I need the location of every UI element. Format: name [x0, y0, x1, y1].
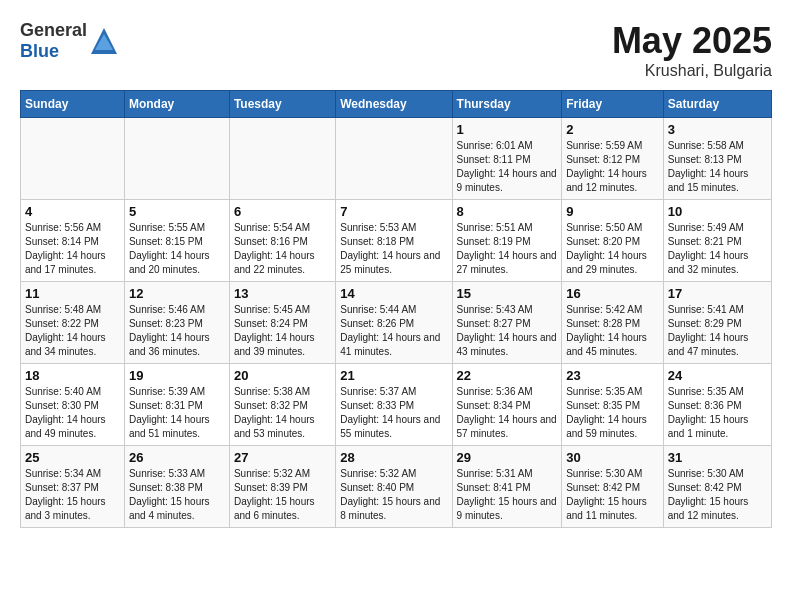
- day-info: Sunrise: 5:33 AM Sunset: 8:38 PM Dayligh…: [129, 467, 225, 523]
- header-wednesday: Wednesday: [336, 91, 452, 118]
- calendar-cell: [336, 118, 452, 200]
- day-info: Sunrise: 5:46 AM Sunset: 8:23 PM Dayligh…: [129, 303, 225, 359]
- calendar-cell: 18Sunrise: 5:40 AM Sunset: 8:30 PM Dayli…: [21, 364, 125, 446]
- header-friday: Friday: [562, 91, 664, 118]
- day-info: Sunrise: 5:58 AM Sunset: 8:13 PM Dayligh…: [668, 139, 767, 195]
- day-info: Sunrise: 5:40 AM Sunset: 8:30 PM Dayligh…: [25, 385, 120, 441]
- day-info: Sunrise: 5:31 AM Sunset: 8:41 PM Dayligh…: [457, 467, 558, 523]
- calendar-cell: 20Sunrise: 5:38 AM Sunset: 8:32 PM Dayli…: [229, 364, 335, 446]
- logo: General Blue: [20, 20, 119, 62]
- calendar-title: May 2025: [612, 20, 772, 62]
- calendar-cell: 22Sunrise: 5:36 AM Sunset: 8:34 PM Dayli…: [452, 364, 562, 446]
- calendar-cell: 5Sunrise: 5:55 AM Sunset: 8:15 PM Daylig…: [124, 200, 229, 282]
- day-number: 22: [457, 368, 558, 383]
- calendar-cell: 31Sunrise: 5:30 AM Sunset: 8:42 PM Dayli…: [663, 446, 771, 528]
- day-info: Sunrise: 5:54 AM Sunset: 8:16 PM Dayligh…: [234, 221, 331, 277]
- day-info: Sunrise: 5:35 AM Sunset: 8:36 PM Dayligh…: [668, 385, 767, 441]
- day-number: 20: [234, 368, 331, 383]
- day-number: 7: [340, 204, 447, 219]
- day-info: Sunrise: 5:49 AM Sunset: 8:21 PM Dayligh…: [668, 221, 767, 277]
- logo-icon: [89, 26, 119, 56]
- day-number: 23: [566, 368, 659, 383]
- day-number: 25: [25, 450, 120, 465]
- calendar-location: Krushari, Bulgaria: [612, 62, 772, 80]
- calendar-cell: 26Sunrise: 5:33 AM Sunset: 8:38 PM Dayli…: [124, 446, 229, 528]
- day-number: 21: [340, 368, 447, 383]
- calendar-cell: 29Sunrise: 5:31 AM Sunset: 8:41 PM Dayli…: [452, 446, 562, 528]
- logo-text: General Blue: [20, 20, 87, 62]
- calendar-header-row: Sunday Monday Tuesday Wednesday Thursday…: [21, 91, 772, 118]
- calendar-week-row: 4Sunrise: 5:56 AM Sunset: 8:14 PM Daylig…: [21, 200, 772, 282]
- day-number: 27: [234, 450, 331, 465]
- calendar-cell: 16Sunrise: 5:42 AM Sunset: 8:28 PM Dayli…: [562, 282, 664, 364]
- day-info: Sunrise: 5:30 AM Sunset: 8:42 PM Dayligh…: [668, 467, 767, 523]
- calendar-cell: 30Sunrise: 5:30 AM Sunset: 8:42 PM Dayli…: [562, 446, 664, 528]
- day-number: 19: [129, 368, 225, 383]
- logo-blue: Blue: [20, 41, 59, 61]
- day-number: 30: [566, 450, 659, 465]
- day-info: Sunrise: 5:48 AM Sunset: 8:22 PM Dayligh…: [25, 303, 120, 359]
- calendar-cell: 10Sunrise: 5:49 AM Sunset: 8:21 PM Dayli…: [663, 200, 771, 282]
- calendar-cell: 12Sunrise: 5:46 AM Sunset: 8:23 PM Dayli…: [124, 282, 229, 364]
- day-number: 17: [668, 286, 767, 301]
- calendar-cell: 24Sunrise: 5:35 AM Sunset: 8:36 PM Dayli…: [663, 364, 771, 446]
- calendar-cell: 6Sunrise: 5:54 AM Sunset: 8:16 PM Daylig…: [229, 200, 335, 282]
- day-info: Sunrise: 5:50 AM Sunset: 8:20 PM Dayligh…: [566, 221, 659, 277]
- calendar-cell: 14Sunrise: 5:44 AM Sunset: 8:26 PM Dayli…: [336, 282, 452, 364]
- calendar-week-row: 1Sunrise: 6:01 AM Sunset: 8:11 PM Daylig…: [21, 118, 772, 200]
- day-info: Sunrise: 5:53 AM Sunset: 8:18 PM Dayligh…: [340, 221, 447, 277]
- calendar-cell: [21, 118, 125, 200]
- calendar-cell: [124, 118, 229, 200]
- calendar-week-row: 25Sunrise: 5:34 AM Sunset: 8:37 PM Dayli…: [21, 446, 772, 528]
- calendar-cell: 8Sunrise: 5:51 AM Sunset: 8:19 PM Daylig…: [452, 200, 562, 282]
- day-number: 5: [129, 204, 225, 219]
- day-info: Sunrise: 5:41 AM Sunset: 8:29 PM Dayligh…: [668, 303, 767, 359]
- calendar-cell: 19Sunrise: 5:39 AM Sunset: 8:31 PM Dayli…: [124, 364, 229, 446]
- calendar-week-row: 11Sunrise: 5:48 AM Sunset: 8:22 PM Dayli…: [21, 282, 772, 364]
- day-info: Sunrise: 6:01 AM Sunset: 8:11 PM Dayligh…: [457, 139, 558, 195]
- day-info: Sunrise: 5:51 AM Sunset: 8:19 PM Dayligh…: [457, 221, 558, 277]
- calendar-cell: 1Sunrise: 6:01 AM Sunset: 8:11 PM Daylig…: [452, 118, 562, 200]
- calendar-cell: 15Sunrise: 5:43 AM Sunset: 8:27 PM Dayli…: [452, 282, 562, 364]
- calendar-cell: 11Sunrise: 5:48 AM Sunset: 8:22 PM Dayli…: [21, 282, 125, 364]
- calendar-cell: 27Sunrise: 5:32 AM Sunset: 8:39 PM Dayli…: [229, 446, 335, 528]
- header-monday: Monday: [124, 91, 229, 118]
- calendar-cell: 25Sunrise: 5:34 AM Sunset: 8:37 PM Dayli…: [21, 446, 125, 528]
- day-number: 15: [457, 286, 558, 301]
- day-info: Sunrise: 5:37 AM Sunset: 8:33 PM Dayligh…: [340, 385, 447, 441]
- calendar-cell: 3Sunrise: 5:58 AM Sunset: 8:13 PM Daylig…: [663, 118, 771, 200]
- day-number: 18: [25, 368, 120, 383]
- day-info: Sunrise: 5:59 AM Sunset: 8:12 PM Dayligh…: [566, 139, 659, 195]
- calendar-week-row: 18Sunrise: 5:40 AM Sunset: 8:30 PM Dayli…: [21, 364, 772, 446]
- header-sunday: Sunday: [21, 91, 125, 118]
- header-saturday: Saturday: [663, 91, 771, 118]
- day-number: 10: [668, 204, 767, 219]
- day-info: Sunrise: 5:56 AM Sunset: 8:14 PM Dayligh…: [25, 221, 120, 277]
- day-number: 11: [25, 286, 120, 301]
- day-number: 4: [25, 204, 120, 219]
- calendar-cell: 4Sunrise: 5:56 AM Sunset: 8:14 PM Daylig…: [21, 200, 125, 282]
- day-number: 2: [566, 122, 659, 137]
- day-info: Sunrise: 5:39 AM Sunset: 8:31 PM Dayligh…: [129, 385, 225, 441]
- day-info: Sunrise: 5:45 AM Sunset: 8:24 PM Dayligh…: [234, 303, 331, 359]
- day-number: 9: [566, 204, 659, 219]
- day-number: 28: [340, 450, 447, 465]
- day-info: Sunrise: 5:35 AM Sunset: 8:35 PM Dayligh…: [566, 385, 659, 441]
- title-block: May 2025 Krushari, Bulgaria: [612, 20, 772, 80]
- day-info: Sunrise: 5:43 AM Sunset: 8:27 PM Dayligh…: [457, 303, 558, 359]
- day-number: 24: [668, 368, 767, 383]
- calendar-cell: 23Sunrise: 5:35 AM Sunset: 8:35 PM Dayli…: [562, 364, 664, 446]
- page-header: General Blue May 2025 Krushari, Bulgaria: [20, 20, 772, 80]
- day-number: 14: [340, 286, 447, 301]
- calendar-cell: 17Sunrise: 5:41 AM Sunset: 8:29 PM Dayli…: [663, 282, 771, 364]
- day-number: 31: [668, 450, 767, 465]
- calendar-cell: 13Sunrise: 5:45 AM Sunset: 8:24 PM Dayli…: [229, 282, 335, 364]
- calendar-cell: 2Sunrise: 5:59 AM Sunset: 8:12 PM Daylig…: [562, 118, 664, 200]
- day-number: 12: [129, 286, 225, 301]
- calendar-cell: 9Sunrise: 5:50 AM Sunset: 8:20 PM Daylig…: [562, 200, 664, 282]
- calendar-cell: 21Sunrise: 5:37 AM Sunset: 8:33 PM Dayli…: [336, 364, 452, 446]
- day-info: Sunrise: 5:36 AM Sunset: 8:34 PM Dayligh…: [457, 385, 558, 441]
- calendar-cell: 7Sunrise: 5:53 AM Sunset: 8:18 PM Daylig…: [336, 200, 452, 282]
- day-number: 1: [457, 122, 558, 137]
- calendar-cell: [229, 118, 335, 200]
